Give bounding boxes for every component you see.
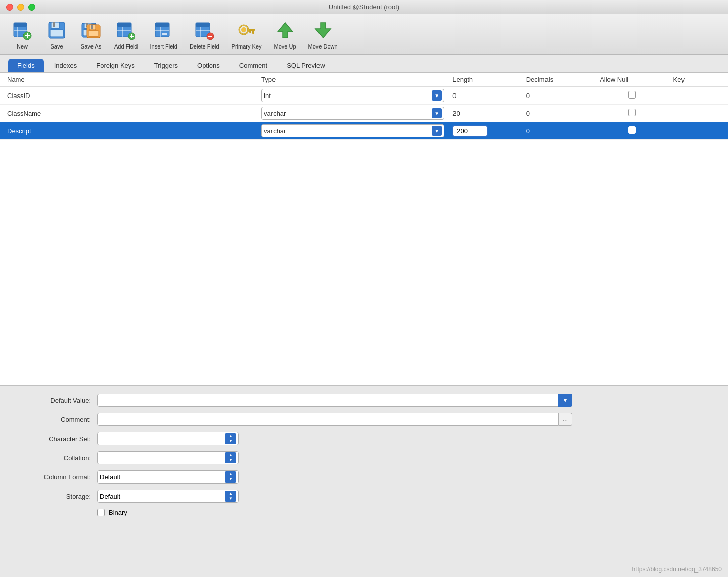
table-row[interactable]: ClassID int ▼ 0 0 — [0, 87, 728, 105]
field-type[interactable]: varchar ▼ — [257, 105, 448, 122]
deletefield-icon — [193, 19, 215, 41]
field-allownull[interactable] — [596, 122, 669, 140]
svg-rect-1 — [14, 23, 27, 27]
tab-triggers[interactable]: Triggers — [145, 59, 187, 72]
save-button[interactable]: Save — [40, 17, 73, 52]
primarykey-button[interactable]: Primary Key — [226, 17, 267, 52]
col-key: Key — [669, 73, 728, 87]
charset-label: Character Set: — [15, 435, 91, 443]
collation-dropdown[interactable]: ▲▼ — [97, 451, 239, 464]
comment-label: Comment: — [15, 416, 91, 423]
field-key — [669, 122, 728, 140]
svg-marker-46 — [315, 23, 331, 38]
comment-wrap: ... — [97, 413, 572, 426]
field-name: ClassID — [0, 87, 257, 105]
save-label: Save — [50, 43, 63, 50]
allownull-checkbox[interactable] — [628, 126, 636, 134]
type-value: varchar — [264, 110, 432, 117]
svg-rect-10 — [50, 30, 63, 37]
new-icon — [11, 19, 33, 41]
svg-rect-9 — [53, 22, 55, 27]
col-allownull: Allow Null — [596, 73, 669, 87]
col-length: Length — [448, 73, 522, 87]
field-type[interactable]: varchar ▼ — [257, 122, 448, 140]
svg-rect-28 — [155, 23, 169, 27]
tab-indexes[interactable]: Indexes — [45, 59, 86, 72]
close-button[interactable] — [6, 4, 13, 11]
storage-dropdown[interactable]: Default ▲▼ — [97, 490, 239, 503]
addfield-button[interactable]: Add Field — [109, 17, 143, 52]
comment-input[interactable] — [97, 413, 559, 426]
tab-fields[interactable]: Fields — [8, 59, 44, 72]
columnformat-value: Default — [100, 473, 225, 481]
addfield-label: Add Field — [114, 43, 138, 50]
type-dropdown-arrow[interactable]: ▼ — [432, 108, 442, 118]
binary-row: Binary — [97, 509, 713, 516]
primarykey-label: Primary Key — [232, 43, 262, 50]
table-row[interactable]: ClassName varchar ▼ 20 0 — [0, 105, 728, 122]
defaultvalue-wrap: ▼ — [97, 394, 572, 407]
columnformat-dropdown-arrow[interactable]: ▲▼ — [225, 471, 236, 483]
storage-value: Default — [100, 493, 225, 500]
minimize-button[interactable] — [17, 4, 24, 11]
table-header-row: Name Type Length Decimals Allow Null Key — [0, 73, 728, 87]
charset-dropdown-arrow[interactable]: ▲▼ — [225, 433, 236, 444]
charset-dropdown[interactable]: ▲▼ — [97, 432, 239, 445]
type-dropdown[interactable]: varchar ▼ — [261, 107, 444, 120]
field-allownull[interactable] — [596, 105, 669, 122]
tab-foreignkeys[interactable]: Foreign Keys — [87, 59, 144, 72]
field-decimals: 0 — [522, 122, 596, 140]
defaultvalue-label: Default Value: — [15, 397, 91, 404]
collation-dropdown-arrow[interactable]: ▲▼ — [225, 452, 236, 463]
tabs-bar: Fields Indexes Foreign Keys Triggers Opt… — [0, 55, 728, 73]
field-allownull[interactable] — [596, 87, 669, 105]
comment-ellipsis-button[interactable]: ... — [559, 413, 572, 426]
fields-table: Name Type Length Decimals Allow Null Key… — [0, 73, 728, 140]
moveup-button[interactable]: Move Up — [269, 17, 301, 52]
saveas-button[interactable]: Save As — [75, 17, 107, 52]
movedown-button[interactable]: Move Down — [303, 17, 343, 52]
tab-sqlpreview[interactable]: SQL Preview — [278, 59, 334, 72]
field-length[interactable] — [448, 122, 522, 140]
field-decimals: 0 — [522, 87, 596, 105]
type-dropdown[interactable]: varchar ▼ — [261, 124, 444, 137]
type-dropdown-arrow[interactable]: ▼ — [432, 90, 442, 101]
svg-rect-42 — [252, 31, 254, 34]
length-input[interactable] — [452, 125, 488, 137]
col-name: Name — [0, 73, 257, 87]
col-type: Type — [257, 73, 448, 87]
storage-dropdown-arrow[interactable]: ▲▼ — [225, 491, 236, 502]
columnformat-dropdown[interactable]: Default ▲▼ — [97, 470, 239, 484]
toolbar: New Save — [0, 14, 728, 55]
svg-rect-8 — [51, 22, 59, 28]
col-decimals: Decimals — [522, 73, 596, 87]
svg-rect-34 — [196, 23, 210, 27]
insertfield-button[interactable]: Insert Field — [145, 17, 182, 52]
tab-options[interactable]: Options — [188, 59, 229, 72]
saveas-icon — [80, 19, 102, 41]
title-bar: Untitled @Student (root) — [0, 0, 728, 14]
collation-row: Collation: ▲▼ — [15, 451, 713, 464]
defaultvalue-dropdown-arrow[interactable]: ▼ — [558, 394, 572, 407]
storage-row: Storage: Default ▲▼ — [15, 490, 713, 503]
type-dropdown[interactable]: int ▼ — [261, 89, 444, 102]
allownull-checkbox[interactable] — [628, 91, 636, 99]
svg-rect-18 — [91, 25, 93, 29]
comment-row: Comment: ... — [15, 413, 713, 426]
new-button[interactable]: New — [6, 17, 38, 52]
type-value: int — [264, 92, 432, 100]
binary-checkbox[interactable] — [97, 509, 105, 516]
table-row[interactable]: Descript varchar ▼ 0 — [0, 122, 728, 140]
type-dropdown-arrow[interactable]: ▼ — [432, 126, 442, 136]
field-type[interactable]: int ▼ — [257, 87, 448, 105]
fields-table-area: Name Type Length Decimals Allow Null Key… — [0, 73, 728, 385]
defaultvalue-input[interactable] — [97, 394, 572, 407]
tab-comment[interactable]: Comment — [230, 59, 277, 72]
deletefield-button[interactable]: Delete Field — [185, 17, 224, 52]
allownull-checkbox[interactable] — [628, 109, 636, 116]
bottom-panel: Default Value: ▼ Comment: ... Character … — [0, 385, 728, 577]
moveup-label: Move Up — [274, 43, 296, 50]
collation-label: Collation: — [15, 454, 91, 462]
columnformat-label: Column Format: — [15, 473, 91, 481]
maximize-button[interactable] — [28, 4, 35, 11]
